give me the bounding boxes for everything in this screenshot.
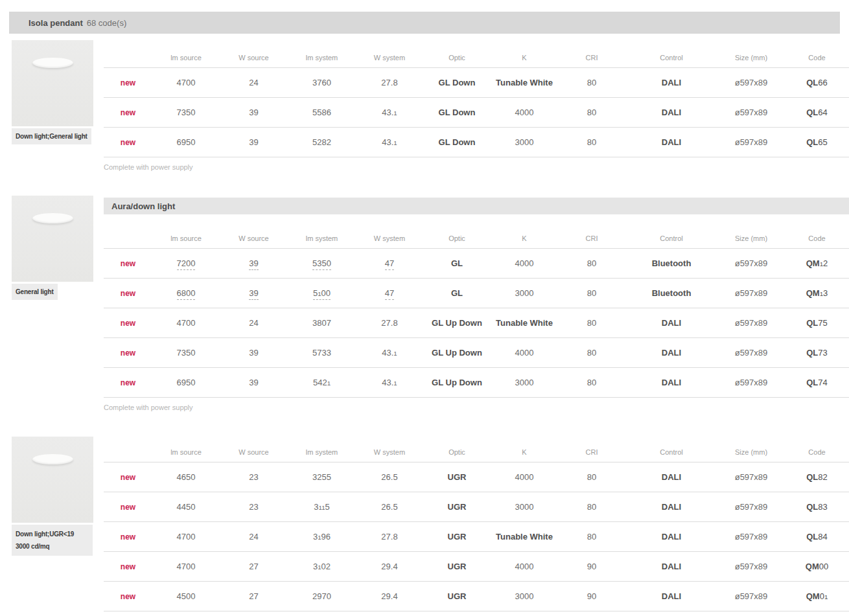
spec-cell: ø597x89 [717,492,785,522]
spec-cell: 3000 [491,128,558,157]
table-row[interactable]: new735039573343.1GL Up Down400080DALIø59… [104,338,849,368]
spec-column: Aura/down lightlm sourceW sourcelm syste… [104,196,849,411]
table-row[interactable]: new470027310229.4UGR400090DALIø597x89QM0… [104,552,849,582]
section-title-bar: Aura/down light [104,198,849,214]
spec-cell: 43.1 [356,338,423,368]
spec-cell: 6950 [152,368,220,398]
table-row[interactable]: new735039558643.1GL Down400080DALIø597x8… [104,98,849,128]
pendant-light-illustration [32,213,73,223]
table-row[interactable]: new450027297029.4UGR300090DALIø597x89QM0… [104,582,849,611]
spec-cell: 3000 [491,582,558,611]
spec-cell[interactable]: 47 [356,279,423,308]
new-badge: new [104,552,152,582]
new-badge: new [104,492,152,522]
spec-cell: 3115 [288,492,356,522]
spec-cell: QL75 [785,308,849,338]
power-supply-note: Complete with power supply [104,404,849,411]
product-thumbnail[interactable] [12,196,93,282]
spec-cell: ø597x89 [717,368,785,398]
spec-cell: 4700 [152,308,220,338]
column-header: Optic [423,214,491,249]
spec-table: lm sourceW sourcelm systemW systemOpticK… [104,214,849,398]
power-supply-note: Complete with power supply [104,163,849,171]
column-header: Optic [423,428,491,462]
spec-cell: 5421 [288,368,356,398]
column-header-new [104,34,152,68]
spec-cell: GL [423,249,491,279]
spec-cell: GL Down [423,128,491,157]
spec-cell: DALI [625,552,717,582]
table-row[interactable]: new465023325526.5UGR400080DALIø597x89QL8… [104,462,849,492]
spec-cell: 39 [220,368,288,398]
spec-cell: DALI [625,462,717,492]
spec-cell: 80 [558,128,625,157]
spec-cell: UGR [423,522,491,552]
table-row[interactable]: new695039542143.1GL Up Down300080DALIø59… [104,368,849,398]
spec-cell: QL64 [785,98,849,128]
spec-cell[interactable]: 47 [356,249,423,279]
spec-cell: ø597x89 [717,522,785,552]
spec-cell: 3255 [288,462,356,492]
spec-cell: ø597x89 [717,582,785,611]
spec-cell: 80 [558,522,625,552]
spec-cell[interactable]: 5350 [288,249,356,279]
column-header: CRI [558,214,625,249]
pendant-light-illustration [32,454,73,464]
column-header: CRI [558,428,625,462]
spec-cell[interactable]: 7200 [152,249,220,279]
spec-cell[interactable]: 5100 [288,279,356,308]
new-badge: new [104,462,152,492]
spec-cell: 3000 [491,492,558,522]
spec-cell[interactable]: 39 [220,279,288,308]
table-row[interactable]: new470024319627.8UGRTunable White80DALIø… [104,522,849,552]
spec-cell: 4000 [491,98,558,128]
table-row[interactable]: new470024380727.8GL Up DownTunable White… [104,308,849,338]
spec-cell: QL73 [785,338,849,368]
table-row[interactable]: new470024376027.8GL DownTunable White80D… [104,68,849,98]
spec-cell: 3102 [288,552,356,582]
product-family-title: Isola pendant [29,18,83,28]
spec-cell[interactable]: 39 [220,249,288,279]
spec-cell: ø597x89 [717,98,785,128]
spec-cell: 80 [558,68,625,98]
table-row[interactable]: new445023311526.5UGR300080DALIø597x89QL8… [104,492,849,522]
column-header: K [491,34,558,68]
new-badge: new [104,98,152,128]
column-header: Control [625,428,717,462]
new-badge: new [104,308,152,338]
spec-cell: 4000 [491,249,558,279]
spec-cell: 24 [220,308,288,338]
spec-table: lm sourceW sourcelm systemW systemOpticK… [104,428,849,611]
column-header: lm system [288,428,356,462]
spec-cell: ø597x89 [717,338,785,368]
table-row[interactable]: new720039535047GL400080Bluetoothø597x89Q… [104,249,849,279]
spec-cell: Tunable White [491,522,558,552]
spec-cell: 80 [558,249,625,279]
spec-cell: 4700 [152,522,220,552]
column-header: lm system [288,34,356,68]
spec-cell: QL65 [785,128,849,157]
spec-cell: QM00 [785,552,849,582]
new-badge: new [104,249,152,279]
spec-cell: Bluetooth [625,249,717,279]
spec-cell: 80 [558,492,625,522]
table-row[interactable]: new680039510047GL300080Bluetoothø597x89Q… [104,279,849,308]
spec-cell: Bluetooth [625,279,717,308]
spec-cell: DALI [625,522,717,552]
spec-cell: ø597x89 [717,128,785,157]
table-row[interactable]: new695039528243.1GL Down300080DALIø597x8… [104,128,849,157]
code-count: 68 code(s) [87,18,126,28]
spec-cell: GL [423,279,491,308]
product-thumbnail[interactable] [12,40,93,126]
column-header: Code [785,34,849,68]
sections: Down light;General lightlm sourceW sourc… [0,34,849,616]
spec-cell: 5282 [288,128,356,157]
spec-cell: 26.5 [356,492,423,522]
spec-cell: 27.8 [356,68,423,98]
column-header: Size (mm) [717,428,785,462]
product-light-type-caption: General light [12,284,58,300]
spec-cell[interactable]: 6800 [152,279,220,308]
column-header: W source [220,34,288,68]
product-thumbnail[interactable] [12,437,93,523]
spec-cell: 80 [558,279,625,308]
